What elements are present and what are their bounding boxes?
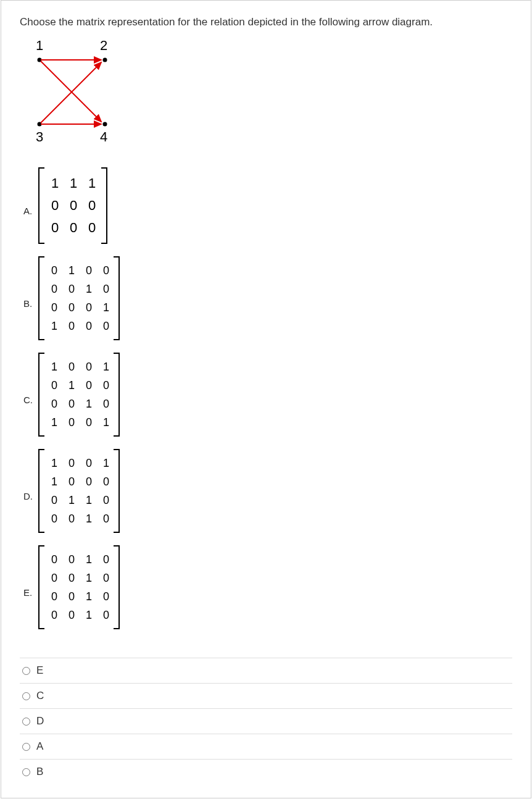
matrix-cell: 1 — [80, 491, 98, 509]
matrix-cell: 0 — [80, 472, 98, 491]
matrix-cell: 0 — [63, 280, 80, 298]
matrix-cell: 0 — [64, 195, 83, 217]
matrix-cell: 1 — [46, 413, 63, 432]
matrix-row: 1001 — [46, 454, 130, 472]
matrix-cell: 0 — [46, 195, 64, 217]
svg-point-3 — [103, 122, 107, 127]
arrow-diagram: 1 2 3 4 — [26, 38, 512, 143]
matrix-cell: 0 — [63, 569, 80, 587]
matrix-cell: 1 — [80, 587, 98, 606]
matrix-cell: 1 — [63, 376, 80, 395]
matrix-cell: 0 — [63, 298, 80, 317]
matrix-cell: 1 — [80, 550, 98, 569]
matrix-cell: 0 — [98, 550, 115, 569]
matrix-cell: 0 — [98, 509, 115, 528]
matrix-cell: 0 — [98, 606, 115, 624]
answer-row: A — [20, 734, 512, 759]
matrix-row: 0010 — [46, 550, 130, 569]
matrix-cell: 1 — [83, 172, 101, 195]
svg-point-1 — [103, 58, 107, 62]
matrix-cell: 0 — [80, 317, 98, 335]
matrix: 0010001000100010 — [37, 545, 138, 639]
matrix-cell: 0 — [80, 261, 98, 280]
matrix-cell: 0 — [46, 217, 64, 239]
matrix-cell: 1 — [98, 358, 115, 376]
matrix-row: 1000 — [46, 317, 130, 335]
matrix-cell: 0 — [80, 298, 98, 317]
arrow-svg — [32, 55, 112, 129]
matrix-cell: 0 — [46, 550, 63, 569]
matrix-cell: 0 — [46, 376, 63, 395]
matrix-cell: 1 — [80, 509, 98, 528]
answer-radio[interactable] — [22, 718, 30, 726]
matrix-cell: 1 — [98, 413, 115, 432]
matrix-cell: 0 — [98, 472, 115, 491]
matrix-cell: 1 — [80, 606, 98, 624]
answer-radio[interactable] — [22, 692, 30, 700]
matrix-cell: 0 — [46, 261, 63, 280]
matrix-cell: 1 — [46, 172, 64, 195]
option-row: D.1001100001100010 — [23, 449, 512, 543]
answer-radio[interactable] — [22, 667, 30, 675]
matrix-row: 0010 — [46, 395, 130, 413]
answer-label: C — [36, 690, 44, 702]
matrix-cell: 0 — [98, 280, 115, 298]
matrix-cell: 0 — [63, 587, 80, 606]
matrix-row: 0010 — [46, 509, 130, 528]
matrix-row: 0110 — [46, 491, 130, 509]
matrix-cell: 0 — [63, 358, 80, 376]
matrix-row: 0010 — [46, 606, 130, 624]
option-row: E.0010001000100010 — [23, 545, 512, 639]
matrix-row: 1001 — [46, 358, 130, 376]
matrix-cell: 0 — [80, 376, 98, 395]
answer-label: A — [36, 740, 43, 753]
matrix-cell: 0 — [80, 454, 98, 472]
option-letter: D. — [23, 491, 36, 501]
matrix-cell: 0 — [63, 395, 80, 413]
matrix-cell: 0 — [46, 587, 63, 606]
matrix-cell: 0 — [64, 217, 83, 239]
matrix-cell: 0 — [46, 569, 63, 587]
matrix-row: 0010 — [46, 587, 130, 606]
matrix-cell: 0 — [46, 298, 63, 317]
matrix-cell: 0 — [46, 491, 63, 509]
node-label-1: 1 — [36, 38, 43, 54]
matrix: 0100001000011000 — [37, 256, 138, 350]
svg-line-6 — [41, 62, 101, 123]
matrix-cell: 0 — [63, 317, 80, 335]
matrix-row: 0010 — [46, 280, 130, 298]
question-text: Choose the matrix representation for the… — [20, 14, 512, 30]
matrix-row: 0100 — [46, 376, 130, 395]
matrix-cell: 0 — [63, 454, 80, 472]
option-letter: C. — [23, 395, 36, 405]
matrix-cell: 1 — [80, 395, 98, 413]
answer-radio[interactable] — [22, 743, 30, 751]
option-letter: A. — [23, 206, 36, 216]
matrix: 1001100001100010 — [37, 449, 138, 543]
answer-radio[interactable] — [22, 768, 30, 776]
option-row: C.1001010000101001 — [23, 353, 512, 446]
matrix-cell: 0 — [46, 280, 63, 298]
matrix-cell: 0 — [46, 606, 63, 624]
matrix-cell: 1 — [46, 358, 63, 376]
matrix-cell: 0 — [98, 261, 115, 280]
matrix-cell: 1 — [98, 454, 115, 472]
option-letter: B. — [23, 298, 36, 309]
answer-row: B — [20, 759, 512, 784]
matrix: 1001010000101001 — [37, 353, 138, 446]
node-label-3: 3 — [36, 129, 43, 145]
matrix-cell: 1 — [98, 298, 115, 317]
matrix-cell: 0 — [83, 217, 101, 239]
matrix-row: 0010 — [46, 569, 130, 587]
matrix-row: 1001 — [46, 413, 130, 432]
matrix-cell: 0 — [98, 587, 115, 606]
answer-label: E — [36, 664, 43, 677]
matrix-cell: 0 — [80, 413, 98, 432]
matrix-cell: 1 — [64, 172, 83, 195]
answer-label: B — [36, 766, 43, 778]
matrix-cell: 1 — [46, 454, 63, 472]
matrix-cell: 0 — [63, 606, 80, 624]
matrix-cell: 1 — [63, 491, 80, 509]
matrix-row: 0100 — [46, 261, 130, 280]
matrix-cell: 0 — [83, 195, 101, 217]
